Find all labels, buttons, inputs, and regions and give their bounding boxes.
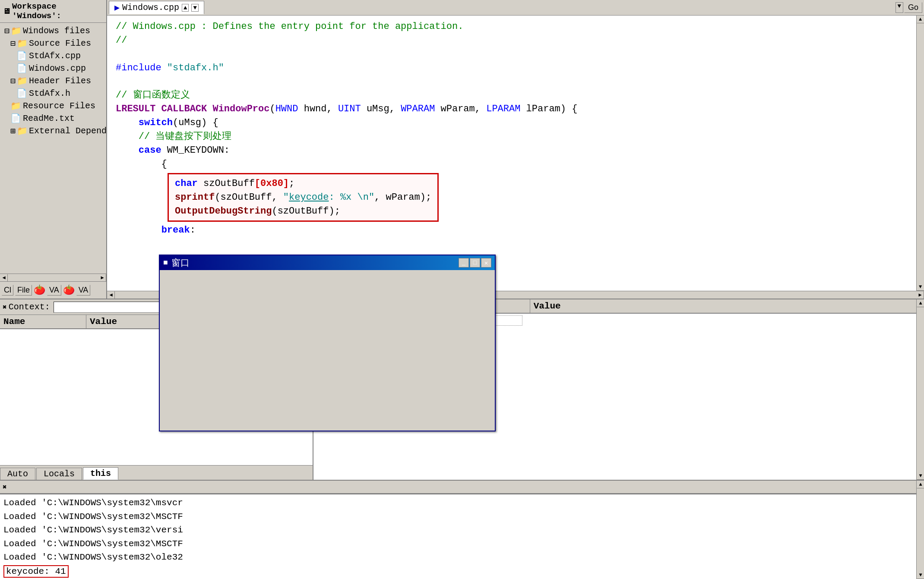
output-scroll-down[interactable]: ▼ [917,571,924,579]
context-label: Context: [9,302,50,312]
code-line-9: // 当键盘按下则处理 [116,130,908,144]
folder-icon: 📁 [17,76,28,86]
folder-icon: 📁 [17,38,28,49]
tree-item-readme[interactable]: 📄 ReadMe.txt [0,112,106,125]
goto-button[interactable]: Go [904,2,922,13]
context-col-name: Name [0,315,86,328]
folder-icon: 📁 [11,25,22,36]
expand-icon: ⊞ [10,126,16,136]
code-tab-bar: ▶ Windows.cpp ▲ ▼ ▼ Go [107,0,924,16]
code-line-6: // 窗口函数定义 [116,88,908,102]
highlight-line-3: OutputDebugString(szOutBuff); [175,205,431,218]
tree-label: External Depend [29,126,106,136]
scroll-left-btn[interactable]: ◀ [0,274,8,282]
code-vscrollbar[interactable]: ▲ ▼ [916,16,924,291]
tree-item-resource-files[interactable]: 📁 Resource Files [0,100,106,112]
scroll-right-code[interactable]: ▶ [916,291,924,299]
workspace-label: Workspace 'Windows': [12,2,104,21]
va-button-1[interactable]: VA [47,285,61,296]
pane-close-icon[interactable]: ✖ [3,303,7,312]
file-icon: 📄 [16,50,27,61]
tree-label: Header Files [29,76,91,86]
file-tree-content[interactable]: ⊟ 📁 Windows files ⊟ 📁 Source Files 📄 Std… [0,23,106,274]
workspace-header: 🖥 Workspace 'Windows': [0,0,106,23]
code-line-4: #include "stdafx.h" [116,61,908,75]
watch-scroll-up[interactable]: ▲ [917,299,924,307]
file-icon: 📄 [16,63,27,74]
floating-window-icon: ■ [163,258,168,267]
clear-button[interactable]: Cl [2,285,13,296]
watch-vscrollbar[interactable]: ▲ ▼ [916,299,924,480]
code-editor-area: ▶ Windows.cpp ▲ ▼ ▼ Go // Windows.cpp : … [107,0,924,299]
minimize-button[interactable]: _ [459,258,469,267]
tree-item-stdafx-cpp[interactable]: 📄 StdAfx.cpp [0,50,106,62]
file-button[interactable]: File [15,285,32,296]
tree-label: Resource Files [23,101,95,111]
tree-label: StdAfx.cpp [29,51,81,61]
tab-dropdown-arrow[interactable]: ▼ [896,2,903,13]
folder-icon: 📁 [10,101,21,111]
code-content[interactable]: // Windows.cpp : Defines the entry point… [107,16,916,291]
output-line-2: Loaded 'C:\WINDOWS\system32\MSCTF [3,510,921,524]
tree-item-header-files[interactable]: ⊟ 📁 Header Files [0,75,106,87]
filetree-hscrollbar[interactable]: ◀ ▶ [0,274,106,281]
tree-label: StdAfx.h [29,88,70,98]
tab-this[interactable]: this [83,467,118,480]
va-button-2[interactable]: VA [76,285,91,296]
watch-col-value: Value [530,299,924,313]
tree-item-windows-cpp[interactable]: 📄 Windows.cpp [0,62,106,75]
file-tree-toolbar: Cl File 🍅 VA 🍅 VA [0,281,106,299]
output-line-5: Loaded 'C:\WINDOWS\system32\ole32 [3,551,921,564]
highlight-line-2: sprintf(szOutBuff, "keycode: %x \n", wPa… [175,191,431,205]
code-line-5 [116,75,908,89]
tab-label: Windows.cpp [122,3,179,13]
tree-label: Windows files [23,26,90,36]
output-close-icon[interactable]: ✖ [3,483,7,491]
tree-item-stdafx-h[interactable]: 📄 StdAfx.h [0,87,106,100]
file-icon: 📄 [10,113,21,124]
folder-icon: 📁 [17,126,28,136]
bottom-tabs: Auto Locals this [0,465,313,480]
output-line-4: Loaded 'C:\WINDOWS\system32\MSCTF [3,537,921,551]
output-content: Loaded 'C:\WINDOWS\system32\msvcr Loaded… [0,494,924,579]
file-tree-panel: 🖥 Workspace 'Windows': ⊟ 📁 Windows files… [0,0,107,299]
tree-label: ReadMe.txt [23,113,75,123]
maximize-button[interactable]: □ [470,258,480,267]
tomato-icon-1: 🍅 [34,284,45,296]
code-view: // Windows.cpp : Defines the entry point… [107,16,924,291]
workspace-icon: 🖥 [3,7,10,16]
code-tab-windows-cpp[interactable]: ▶ Windows.cpp ▲ ▼ [109,1,204,14]
code-line-8: switch(uMsg) { [116,116,908,130]
tab-auto[interactable]: Auto [0,468,35,480]
highlight-line-1: char szOutBuff[0x80]; [175,177,431,191]
code-line-2: // [116,34,908,47]
output-vscrollbar[interactable]: ▲ ▼ [916,481,924,579]
output-highlighted: keycode: 41 [3,565,921,578]
expand-icon: ⊟ [10,38,16,49]
scroll-down-btn[interactable]: ▼ [917,283,924,291]
tab-scroll-down[interactable]: ▼ [191,4,198,12]
file-icon: 📄 [16,88,27,99]
output-pane: ✖ Loaded 'C:\WINDOWS\system32\msvcr Load… [0,480,924,579]
floating-window-titlebar: ■ 窗口 _ □ ✕ [160,255,495,270]
tab-arrow-icon: ▶ [114,2,120,13]
tab-auto-label: Auto [7,469,28,479]
scroll-left-code[interactable]: ◀ [107,291,115,299]
window-controls: _ □ ✕ [459,258,491,267]
tree-item-external-depend[interactable]: ⊞ 📁 External Depend [0,125,106,137]
close-button[interactable]: ✕ [481,258,491,267]
tree-item-windows-files[interactable]: ⊟ 📁 Windows files [0,25,106,37]
watch-scroll-down[interactable]: ▼ [917,472,924,480]
output-scroll-up[interactable]: ▲ [917,481,924,488]
tree-label: Windows.cpp [29,63,86,73]
expand-icon: ⊟ [10,76,16,86]
tab-locals-label: Locals [44,469,75,479]
scroll-right-btn[interactable]: ▶ [98,274,106,282]
output-line-1: Loaded 'C:\WINDOWS\system32\msvcr [3,496,921,510]
scroll-up-btn[interactable]: ▲ [917,16,924,23]
tree-item-source-files[interactable]: ⊟ 📁 Source Files [0,37,106,50]
code-line-10: case WM_KEYDOWN: [116,144,908,157]
code-line-3 [116,47,908,61]
tab-locals[interactable]: Locals [36,468,82,480]
tab-scroll-up[interactable]: ▲ [182,4,189,12]
